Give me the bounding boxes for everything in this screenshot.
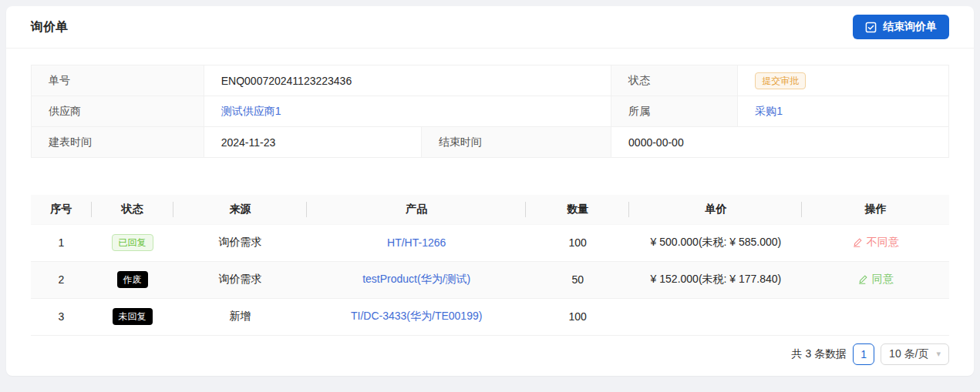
- agree-button-label: 同意: [872, 273, 894, 286]
- row-qty: 100: [526, 224, 630, 261]
- create-date-value: 2024-11-23: [204, 127, 421, 158]
- supplier-label: 供应商: [32, 96, 204, 127]
- inquiry-info-section: 单号 ENQ000720241123223436 状态 提交审批 供应商 测试供…: [6, 49, 974, 158]
- edit-pen-icon: [853, 237, 863, 247]
- create-date-label: 建表时间: [32, 127, 204, 158]
- table-row: 3 未回复 新增 TI/DC-3433(华为/TE00199) 100: [31, 298, 949, 335]
- info-row-dates: 建表时间 2024-11-23 结束时间 0000-00-00: [32, 127, 949, 158]
- col-header-price: 单价: [629, 195, 802, 224]
- card-header: 询价单 结束询价单: [6, 6, 974, 49]
- end-inquiry-button-label: 结束询价单: [883, 20, 937, 34]
- inquiry-card: 询价单 结束询价单 单号 ENQ000720241123223436 状态 提交…: [6, 6, 974, 376]
- info-row-supplier-owner: 供应商 测试供应商1 所属 采购1: [32, 96, 949, 127]
- status-badge-replied: 已回复: [112, 234, 153, 251]
- product-link[interactable]: TI/DC-3433(华为/TE00199): [351, 310, 482, 322]
- product-link[interactable]: HT/HT-1266: [387, 236, 446, 249]
- row-price: ¥ 500.000(未税: ¥ 585.000): [629, 224, 802, 261]
- col-header-product: 产品: [307, 195, 525, 224]
- agree-button[interactable]: 同意: [858, 273, 894, 286]
- page-size-value: 10 条/页: [889, 347, 928, 361]
- table-row: 2 作废 询价需求 testProduct(华为/测试) 50 ¥ 152.00…: [31, 261, 949, 298]
- row-qty: 50: [526, 261, 630, 298]
- disagree-button-label: 不同意: [867, 236, 899, 250]
- order-no-label: 单号: [32, 65, 204, 96]
- col-header-action: 操作: [802, 195, 949, 224]
- product-link[interactable]: testProduct(华为/测试): [362, 273, 470, 285]
- order-no-value: ENQ000720241123223436: [204, 65, 611, 96]
- pagination: 共 3 条数据 1 10 条/页 ▾: [6, 336, 974, 365]
- disagree-button[interactable]: 不同意: [853, 236, 899, 250]
- row-no: 2: [31, 261, 92, 298]
- status-label: 状态: [611, 65, 738, 96]
- status-badge-unreplied: 未回复: [113, 308, 153, 325]
- page-size-select[interactable]: 10 条/页 ▾: [881, 343, 949, 365]
- row-source: 询价需求: [173, 261, 308, 298]
- pagination-page-1[interactable]: 1: [853, 343, 874, 365]
- col-header-source: 来源: [173, 195, 308, 224]
- row-price: [629, 298, 802, 335]
- chevron-down-icon: ▾: [936, 349, 941, 359]
- inquiry-items-section: 序号 状态 来源 产品 数量 单价 操作 1 已回复 询价需求 HT/HT-12…: [6, 158, 974, 336]
- status-badge-void: 作废: [117, 271, 148, 288]
- row-source: 询价需求: [173, 224, 308, 261]
- col-header-status: 状态: [92, 195, 173, 224]
- owner-link[interactable]: 采购1: [755, 105, 783, 117]
- checkbox-check-icon: [865, 22, 877, 33]
- items-header-row: 序号 状态 来源 产品 数量 单价 操作: [31, 195, 949, 224]
- col-header-qty: 数量: [526, 195, 630, 224]
- row-no: 1: [31, 224, 92, 261]
- end-date-label: 结束时间: [421, 127, 611, 158]
- status-badge: 提交审批: [755, 72, 806, 89]
- end-inquiry-button[interactable]: 结束询价单: [853, 15, 949, 39]
- info-row-number-status: 单号 ENQ000720241123223436 状态 提交审批: [32, 65, 949, 96]
- row-source: 新增: [173, 298, 308, 335]
- row-price: ¥ 152.000(未税: ¥ 177.840): [629, 261, 802, 298]
- row-qty: 100: [526, 298, 630, 335]
- table-row: 1 已回复 询价需求 HT/HT-1266 100 ¥ 500.000(未税: …: [31, 224, 949, 261]
- col-header-no: 序号: [31, 195, 92, 224]
- edit-pen-icon: [858, 274, 868, 284]
- owner-label: 所属: [611, 96, 738, 127]
- row-no: 3: [31, 298, 92, 335]
- end-date-value: 0000-00-00: [611, 127, 949, 158]
- supplier-link[interactable]: 测试供应商1: [221, 105, 281, 117]
- page-title: 询价单: [31, 19, 68, 35]
- pagination-total: 共 3 条数据: [792, 347, 847, 361]
- row-action-empty: [802, 298, 949, 335]
